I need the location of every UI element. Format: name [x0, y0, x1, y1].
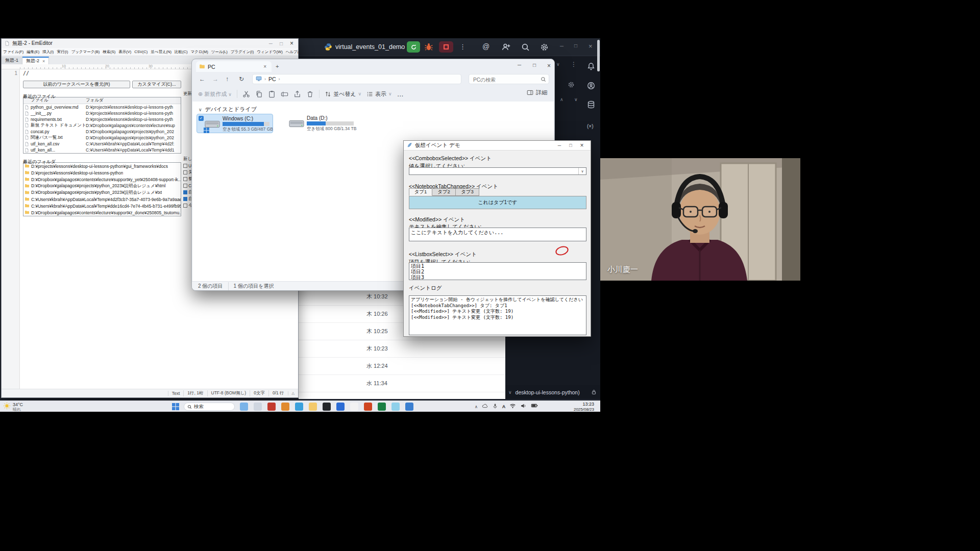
recent-file-row[interactable]: utf_ken_all.csv C:¥Users¥kbrah¥AppData¥L…	[23, 141, 181, 147]
listbox-item[interactable]: 項目2	[411, 269, 584, 274]
listbox[interactable]: 項目1項目2項目3	[409, 262, 586, 280]
recent-file-row[interactable]: python_gui_overview.md D:¥projects¥lesso…	[23, 104, 181, 110]
close-button[interactable]: ×	[589, 42, 593, 50]
customize-button[interactable]: カスタマイズ(C)...	[132, 81, 181, 88]
drive-c-tile[interactable]: ✓ Windows (C:) 空き領域 55.3 GB/487 GB	[197, 114, 273, 133]
new-item-button[interactable]: ⊕ 新規作成 ∨	[198, 90, 232, 98]
taskbar-app-icon[interactable]	[405, 403, 413, 411]
battery-icon[interactable]	[531, 402, 538, 411]
minimize-button[interactable]: ─	[269, 41, 273, 46]
x-circle-icon[interactable]: (×)	[587, 123, 594, 129]
chat-list-item[interactable]: 水 11:34	[299, 375, 505, 392]
menu-item[interactable]: ファイル(F)	[2, 49, 25, 55]
copy-icon[interactable]	[255, 90, 263, 98]
menu-item[interactable]: ウィンドウ(W)	[255, 49, 284, 55]
search-icon[interactable]	[521, 43, 530, 54]
menu-item[interactable]: 実行(I)	[55, 49, 69, 55]
listbox-item[interactable]: 項目3	[411, 274, 584, 280]
menu-item[interactable]: 挿入(I)	[41, 49, 55, 55]
tray-chevron-up-icon[interactable]: ∧	[475, 405, 478, 409]
menu-item[interactable]: 編集(E)	[25, 49, 41, 55]
recent-file-row[interactable]: __init__.py D:¥projects¥lessons¥desktop-…	[23, 110, 181, 116]
close-button[interactable]: ×	[547, 62, 551, 69]
tab-close-icon[interactable]: ×	[263, 64, 266, 69]
taskbar-app-icon[interactable]	[350, 403, 358, 411]
chevron-down-icon[interactable]: ∨	[578, 168, 586, 174]
recent-file-row[interactable]: 新規 テキスト ドキュメント.txt D:¥Dropbox¥galapagos¥…	[23, 122, 181, 129]
recent-folder-row[interactable]: D:¥projects¥lessons¥desktop-ui-lessons-p…	[23, 169, 181, 176]
status-char-count[interactable]: 0文字	[250, 390, 268, 396]
tab-untitled-2[interactable]: 無題-2 ×	[22, 57, 49, 64]
details-pane-button[interactable]: 詳細	[527, 89, 547, 96]
menu-item[interactable]: ツール(L)	[210, 49, 229, 55]
paste-icon[interactable]	[268, 90, 276, 98]
devices-group-header[interactable]: ∨ デバイスとドライブ	[199, 106, 257, 113]
menu-item[interactable]: 表示(V)	[117, 49, 133, 55]
collapse-up-icon[interactable]: ∧	[560, 97, 564, 102]
chevron-down-icon[interactable]: ∨	[400, 44, 403, 49]
close-button[interactable]: ×	[576, 142, 587, 149]
taskbar-app-icon[interactable]	[267, 403, 276, 411]
status-cursor-position[interactable]: 1行, 1桁	[183, 390, 207, 396]
menu-item[interactable]: 検索(S)	[101, 49, 117, 55]
tab-3[interactable]: タブ3	[456, 188, 479, 196]
checkbox[interactable]	[183, 190, 187, 194]
taskbar-app-icon[interactable]	[364, 403, 372, 411]
minimize-button[interactable]: ─	[554, 143, 565, 148]
search-input[interactable]	[469, 76, 549, 85]
event-log[interactable]: アプリケーション開始 - 各ウィジェットを操作してイベントを確認してください[<…	[409, 295, 586, 335]
session-title[interactable]: virtual_events_01_demo	[335, 43, 405, 51]
explorer-tab[interactable]: PC ×	[196, 61, 272, 72]
run-button[interactable]	[407, 41, 420, 53]
listbox-item[interactable]: 項目1	[411, 263, 584, 269]
forward-icon[interactable]: →	[212, 76, 218, 83]
checkbox[interactable]	[183, 204, 187, 208]
column-folder[interactable]: フォルダ	[86, 97, 104, 104]
view-button[interactable]: 表示 ∨	[366, 90, 392, 98]
user-circle-icon[interactable]	[587, 82, 595, 92]
tab-close-icon[interactable]: ×	[42, 59, 45, 64]
menu-item[interactable]: 並べ替え(N)	[149, 49, 173, 55]
taskbar-app-icon[interactable]	[281, 403, 289, 411]
up-icon[interactable]: ↑	[226, 76, 229, 83]
chat-scrollbar[interactable]	[597, 40, 600, 71]
maximize-button[interactable]: □	[574, 43, 577, 48]
value-combobox[interactable]: ∨	[409, 167, 586, 175]
recent-file-row[interactable]: concat.py D:¥Dropbox¥galapagos¥projects¥…	[23, 129, 181, 135]
taskbar-app-icon[interactable]	[336, 403, 345, 411]
restore-workspace-button[interactable]: 以前のワークスペースを復元(R)	[23, 81, 130, 88]
tab-untitled-1[interactable]: 無題-1	[2, 57, 22, 64]
add-person-icon[interactable]	[502, 43, 510, 54]
sort-button[interactable]: 並べ替え ∨	[325, 90, 361, 98]
maximize-button[interactable]: □	[565, 143, 576, 148]
collapse-down-icon[interactable]: ∨	[574, 97, 578, 102]
menu-item[interactable]: プラグイン(I)	[229, 49, 255, 55]
recent-file-row[interactable]: requirements.txt D:¥projects¥lessons¥des…	[23, 116, 181, 122]
taskbar-weather-widget[interactable]: 34°C 晴れ	[3, 402, 23, 412]
ime-mode-indicator[interactable]: A	[502, 404, 506, 409]
breadcrumb-item-pc[interactable]: PC	[268, 76, 276, 82]
menu-item[interactable]: ブックマーク(B)	[69, 49, 101, 55]
database-icon[interactable]	[587, 101, 595, 111]
taskbar-app-icon[interactable]	[378, 403, 386, 411]
taskbar-search[interactable]: 検索	[184, 403, 235, 411]
panel-chevron-down-icon[interactable]: ∨	[556, 62, 560, 67]
rename-icon[interactable]	[281, 90, 288, 98]
more-options-icon[interactable]: ⋮	[459, 43, 466, 51]
cut-icon[interactable]	[242, 90, 250, 98]
taskbar-app-icon[interactable]	[309, 403, 317, 411]
mention-icon[interactable]: @	[482, 42, 489, 51]
text-widget[interactable]: ここにテキストを入力してください...	[409, 228, 586, 241]
checkbox[interactable]	[183, 184, 187, 188]
back-icon[interactable]: ←	[199, 76, 205, 83]
recent-folder-row[interactable]: C:¥Users¥kbrah¥AppData¥Local¥Temp¥4d2f3c…	[23, 196, 181, 203]
panel-gear-icon[interactable]	[568, 81, 575, 89]
minimize-button[interactable]: ─	[560, 43, 564, 49]
checkbox[interactable]	[183, 164, 187, 168]
start-button[interactable]	[172, 403, 179, 412]
taskbar-app-icon[interactable]	[254, 403, 262, 411]
recent-folder-row[interactable]: D:¥Dropbox¥galapagos¥contents¥lecture¥su…	[23, 176, 181, 183]
recent-folder-row[interactable]: C:¥Users¥kbrah¥AppData¥Local¥Temp¥dde16c…	[23, 203, 181, 209]
panel-more-icon[interactable]: ⋮	[571, 61, 577, 68]
status-zoom-icon[interactable]: △	[288, 391, 298, 395]
